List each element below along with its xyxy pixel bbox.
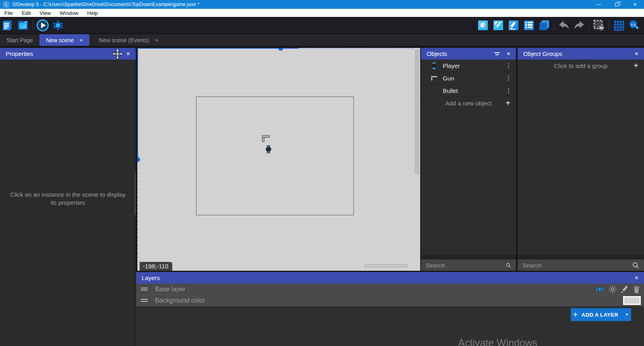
clear-selection-button[interactable]	[592, 19, 606, 32]
open-layers-button[interactable]	[537, 19, 551, 32]
tab-new-scene-events[interactable]: New scene (Events) ×	[93, 34, 165, 46]
menu-help[interactable]: Help	[83, 9, 103, 17]
objects-filter-icon[interactable]	[494, 51, 500, 56]
debug-button[interactable]	[51, 19, 65, 32]
tab-new-scene[interactable]: New scene ×	[39, 34, 89, 46]
dropdown-caret-icon: ▼	[625, 313, 629, 317]
restore-button[interactable]	[608, 0, 626, 9]
layers-close-icon[interactable]: ×	[635, 274, 638, 282]
play-icon	[36, 19, 49, 32]
resize-handle-top[interactable]	[278, 48, 283, 51]
zoom-reset-button[interactable]: 1:1	[627, 19, 641, 32]
panel-divider	[421, 255, 516, 260]
restore-icon	[615, 3, 619, 6]
open-object-groups-button[interactable]	[491, 19, 505, 32]
add-object-label: Add a new object	[445, 100, 491, 107]
canvas-horizontal-scrollbar[interactable]	[365, 264, 407, 268]
canvas-vertical-scrollbar-thumb[interactable]	[415, 49, 419, 174]
add-new-object-button[interactable]: Add a new object +	[421, 97, 516, 109]
layer-row-background-color[interactable]: Background color	[136, 295, 644, 306]
svg-text:1:1: 1:1	[631, 23, 636, 26]
layer-effects-icon[interactable]	[609, 285, 617, 293]
tab-close-icon[interactable]: ×	[155, 37, 158, 43]
toolbar-separator	[609, 20, 609, 31]
object-groups-header: Object Groups ×	[518, 48, 644, 60]
groups-search-input[interactable]	[522, 262, 632, 269]
toggle-grid-button[interactable]	[612, 19, 625, 32]
resize-handle-left[interactable]	[137, 157, 140, 162]
clear-selection-icon	[593, 19, 605, 31]
object-groups-title: Object Groups	[523, 50, 562, 57]
gun-instance[interactable]	[262, 135, 270, 142]
object-groups-close-icon[interactable]: ×	[635, 50, 638, 58]
grid-icon	[613, 20, 624, 31]
object-groups-panel: Object Groups × Click to add a group +	[518, 48, 644, 271]
minimize-icon	[597, 4, 601, 5]
plus-icon: +	[573, 310, 578, 319]
open-properties-button[interactable]	[507, 19, 520, 32]
redo-button[interactable]	[572, 19, 586, 32]
play-button[interactable]	[36, 19, 50, 32]
object-row-player[interactable]: Player ⋮	[421, 60, 516, 72]
menu-edit[interactable]: Edit	[17, 9, 35, 17]
close-button[interactable]: ×	[626, 0, 644, 9]
minimize-button[interactable]	[590, 0, 608, 9]
objects-header: Objects ×	[421, 48, 516, 60]
open-instances-list-button[interactable]	[522, 19, 536, 32]
redo-icon	[573, 19, 585, 31]
edit-layer-pencil-icon[interactable]	[621, 286, 629, 293]
panel-divider	[518, 255, 644, 260]
close-icon: ×	[633, 2, 636, 7]
tab-close-icon[interactable]: ×	[79, 37, 83, 43]
gun-sprite-part	[262, 137, 264, 142]
menu-file[interactable]: File	[0, 9, 17, 17]
layer-name: Base layer	[155, 286, 186, 293]
project-manager-button[interactable]	[1, 19, 14, 32]
open-objects-editor-button[interactable]	[476, 19, 490, 32]
title-bar: G GDevelop 5 - C:\Users\Sparkle\OneDrive…	[0, 0, 644, 9]
search-icon	[506, 262, 511, 269]
plus-icon: +	[634, 61, 638, 70]
player-instance[interactable]	[266, 145, 271, 153]
visibility-eye-icon[interactable]	[595, 286, 604, 292]
toolbar-separator	[33, 20, 33, 31]
start-page-button[interactable]	[16, 19, 30, 32]
object-name: Player	[443, 62, 460, 69]
drag-handle-icon[interactable]	[141, 299, 148, 302]
objects-search-input[interactable]	[426, 262, 506, 269]
properties-title: Properties	[6, 50, 33, 57]
layer-row-base[interactable]: Base layer	[136, 284, 644, 295]
background-color-swatch[interactable]	[623, 296, 641, 305]
selection-border-left-dashed	[137, 159, 138, 271]
tab-start-page[interactable]: Start Page	[0, 34, 39, 46]
tab-bar: Start Page New scene × New scene (Events…	[0, 34, 644, 46]
player-thumbnail-icon	[432, 62, 436, 69]
plus-icon: +	[506, 99, 510, 108]
move-cursor-icon	[112, 49, 123, 59]
object-more-icon[interactable]: ⋮	[506, 62, 512, 69]
undo-button[interactable]	[557, 19, 571, 32]
player-sprite-part	[267, 151, 270, 153]
object-row-gun[interactable]: Gun ⋮	[421, 72, 516, 84]
canvas-vertical-scrollbar[interactable]	[414, 48, 420, 271]
scene-editor-canvas[interactable]: -198;-110	[137, 48, 414, 271]
add-group-button[interactable]: Click to add a group +	[518, 60, 644, 72]
add-layer-button[interactable]: + ADD A LAYER ▼	[571, 308, 631, 321]
object-more-icon[interactable]: ⋮	[506, 74, 512, 82]
project-manager-icon	[2, 19, 14, 31]
add-group-label: Click to add a group	[554, 62, 607, 69]
layer-name: Background color	[155, 297, 205, 304]
object-row-bullet[interactable]: Bullet ⋮	[421, 84, 516, 97]
objects-close-icon[interactable]: ×	[507, 50, 510, 58]
menu-view[interactable]: View	[35, 9, 55, 17]
delete-layer-trash-icon[interactable]	[633, 286, 640, 293]
toolbar-separator	[554, 20, 554, 31]
object-more-icon[interactable]: ⋮	[506, 87, 512, 94]
bullet-thumbnail-icon	[433, 90, 435, 91]
properties-scrollbar[interactable]	[135, 173, 136, 215]
drag-handle-icon[interactable]	[141, 288, 148, 290]
menu-window[interactable]: Window	[55, 9, 83, 17]
toolbar: 1:1	[0, 17, 644, 34]
object-groups-icon	[493, 20, 504, 31]
properties-close-icon[interactable]: ×	[126, 50, 130, 58]
